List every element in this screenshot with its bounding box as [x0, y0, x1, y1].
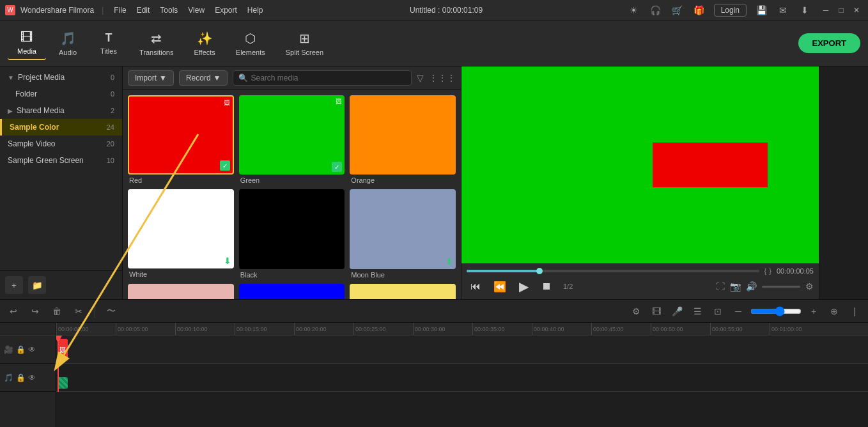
sample-video-label: Sample Video [8, 139, 56, 148]
sidebar-item-shared-media[interactable]: ▶ Shared Media 2 [0, 102, 122, 119]
toolbar-effects[interactable]: ✨ Effects [185, 27, 224, 60]
add-track-icon[interactable]: | [846, 303, 863, 320]
sidebar-item-project-media[interactable]: ▼ Project Media 0 [0, 69, 122, 86]
login-button[interactable]: Login [714, 4, 747, 17]
volume-icon[interactable]: 🔊 [746, 281, 757, 291]
media-item-orange[interactable]: Orange [350, 95, 456, 184]
split-icon[interactable]: ⊡ [709, 303, 726, 320]
media-item-blue[interactable] [239, 284, 345, 300]
menu-view[interactable]: View [185, 4, 207, 16]
media-item-green[interactable]: 🖼 ✓ Green [239, 95, 345, 184]
splitscreen-icon: ⊞ [299, 31, 310, 46]
ruler-mark-6: 00:00:30:00 [413, 323, 472, 335]
toolbar-elements[interactable]: ⬡ Elements [227, 27, 274, 60]
sample-color-count: 24 [107, 123, 114, 131]
zoom-out-icon[interactable]: ─ [730, 303, 747, 320]
close-button[interactable]: ✕ [850, 4, 863, 17]
clip-icon[interactable]: 🎞 [648, 303, 665, 320]
toolbar-media[interactable]: 🎞 Media [8, 26, 46, 60]
media-item-red[interactable]: 🖼 ✓ Red [128, 95, 234, 184]
skip-back-button[interactable]: ⏮ [467, 279, 484, 293]
mic-icon[interactable]: 🎤 [669, 303, 685, 320]
progress-bar[interactable] [467, 270, 759, 272]
undo-button[interactable]: ↩ [5, 303, 22, 320]
media-label-black: Black [239, 271, 345, 279]
folder-button[interactable]: 📁 [28, 276, 46, 294]
audio-clip-green[interactable] [58, 377, 68, 389]
eye-icon-2[interactable]: 👁 [28, 373, 36, 382]
brightness-icon[interactable]: ☀ [627, 3, 641, 17]
layout-icon[interactable]: ☰ [689, 303, 706, 320]
sidebar-item-sample-green-screen[interactable]: Sample Green Screen 10 [0, 152, 122, 169]
progress-row: { } 00:00:00:05 [467, 267, 814, 275]
menu-file[interactable]: File [111, 4, 128, 16]
import-button[interactable]: Import ▼ [128, 70, 174, 86]
minimize-button[interactable]: ─ [819, 4, 832, 17]
preview-screen [461, 66, 819, 263]
menu-edit[interactable]: Edit [134, 4, 153, 16]
sidebar-item-sample-color[interactable]: Sample Color 24 [0, 119, 122, 136]
motion-icon[interactable]: ⚙ [628, 303, 644, 320]
sidebar-item-sample-video[interactable]: Sample Video 20 [0, 136, 122, 152]
video-clip-red[interactable]: 🖼 [58, 339, 68, 361]
ruler-mark-1: 00:00:05:00 [116, 323, 175, 335]
filter-icon[interactable]: ▽ [417, 73, 424, 83]
effects-label: Effects [194, 49, 215, 56]
media-item-pink[interactable] [128, 284, 234, 300]
grid-view-icon[interactable]: ⋮⋮⋮ [429, 73, 456, 83]
sample-color-label: Sample Color [10, 123, 59, 132]
media-item-black[interactable]: Black [239, 189, 345, 278]
cart-icon[interactable]: 🛒 [670, 3, 685, 17]
audio-button[interactable]: 〜 [103, 303, 120, 320]
sidebar-item-folder[interactable]: Folder 0 [0, 86, 122, 102]
menu-help[interactable]: Help [245, 4, 266, 16]
export-button[interactable]: EXPORT [798, 33, 860, 53]
toolbar-transitions[interactable]: ⇄ Transitions [130, 27, 182, 60]
lock-icon-2[interactable]: 🔒 [16, 373, 26, 382]
fit-icon[interactable]: ⊕ [826, 303, 842, 320]
media-item-white[interactable]: ⬇ White [128, 189, 234, 278]
menu-tools[interactable]: Tools [157, 4, 180, 16]
media-item-moonblue[interactable]: ⬇ Moon Blue [350, 189, 456, 278]
toolbar-splitscreen[interactable]: ⊞ Split Screen [277, 27, 332, 60]
redo-button[interactable]: ↪ [27, 303, 43, 320]
media-item-yellow[interactable] [350, 284, 456, 300]
folder-count: 0 [111, 90, 114, 98]
settings-icon[interactable]: ⚙ [805, 281, 814, 291]
timeline-main: 00:00:00:00 00:00:05:00 00:00:10:00 00:0… [56, 323, 868, 427]
screenshot-icon[interactable]: 📷 [730, 281, 741, 291]
download-icon[interactable]: ⬇ [798, 3, 812, 17]
add-media-button[interactable]: + [5, 276, 23, 294]
headphone-icon[interactable]: 🎧 [649, 3, 663, 17]
playhead-line [58, 336, 59, 392]
fullscreen-icon[interactable]: ⛶ [716, 281, 725, 291]
time-brackets: { } [764, 267, 771, 275]
gift-icon[interactable]: 🎁 [692, 3, 706, 17]
zoom-in-icon[interactable]: + [805, 303, 822, 320]
thumb-pink [128, 284, 234, 300]
toolbar-titles[interactable]: T Titles [89, 27, 128, 59]
media-label-orange: Orange [350, 176, 456, 184]
stop-button[interactable]: ⏹ [538, 279, 555, 293]
sample-green-label: Sample Green Screen [8, 156, 84, 165]
menu-export[interactable]: Export [212, 4, 240, 16]
main-toolbar: 🎞 Media 🎵 Audio T Titles ⇄ Transitions ✨… [0, 20, 868, 66]
mail-icon[interactable]: ✉ [776, 3, 790, 17]
zoom-slider[interactable] [750, 306, 802, 316]
cut-button[interactable]: ✂ [70, 303, 87, 320]
progress-thumb [536, 268, 543, 274]
maximize-button[interactable]: □ [835, 4, 848, 17]
delete-button[interactable]: 🗑 [49, 303, 65, 320]
toolbar-audio[interactable]: 🎵 Audio [49, 27, 87, 60]
record-button[interactable]: Record ▼ [179, 70, 228, 86]
play-button[interactable]: ▶ [515, 277, 532, 295]
eye-icon[interactable]: 👁 [28, 345, 36, 354]
frame-back-button[interactable]: ⏪ [490, 279, 510, 294]
volume-slider[interactable] [762, 286, 800, 288]
lock-icon[interactable]: 🔒 [16, 345, 26, 354]
separator [95, 305, 95, 318]
shared-media-label: Shared Media [17, 106, 65, 115]
search-input[interactable] [251, 74, 406, 82]
ruler-mark-5: 00:00:25:00 [353, 323, 413, 335]
save-icon[interactable]: 💾 [754, 3, 768, 17]
